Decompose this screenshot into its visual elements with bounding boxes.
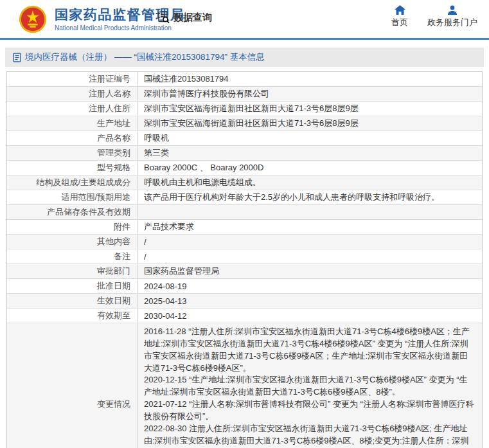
row-value: 呼吸机 xyxy=(138,131,482,145)
row-label: 型号规格 xyxy=(7,161,138,175)
table-row-registrant-name: 注册人名称 深圳市普博医疗科技股份有限公司 xyxy=(7,87,482,102)
row-value: 2024-08-19 xyxy=(138,279,482,293)
table-row-management-class: 管理类别 第三类 xyxy=(7,146,482,161)
row-value: 2025-04-13 xyxy=(138,294,482,308)
row-label: 批准日期 xyxy=(7,279,138,293)
table-row-reg-number: 注册证编号 国械注准20153081794 xyxy=(7,72,482,87)
row-label: 适用范围/预期用途 xyxy=(7,190,138,204)
site-header: 国家药品监督管理局 National Medical Products Admi… xyxy=(0,0,489,40)
table-row-expiry-date: 有效期至 2030-04-12 xyxy=(7,309,482,323)
row-label: 有效期至 xyxy=(7,309,138,323)
page: 国家药品监督管理局 National Medical Products Admi… xyxy=(0,0,489,448)
national-emblem-icon xyxy=(18,4,48,34)
table-row-approval-department: 审批部门 国家药品监督管理局 xyxy=(7,264,482,279)
table-row-remarks: 备注 / xyxy=(7,249,482,264)
nav-home-label: 首页 xyxy=(391,17,408,28)
breadcrumb-text: 境内医疗器械（注册） —— “国械注准20153081794” 基本信息 xyxy=(25,51,265,63)
data-query-label: 数据查询 xyxy=(173,12,212,24)
top-nav: 首页 政务服务门户 xyxy=(391,5,477,28)
table-row-registrant-address: 注册人住所 深圳市宝安区福海街道新田社区新田大道71-3号6层8层9层 xyxy=(7,102,482,116)
table-row-storage-validity: 产品储存条件及有效期 xyxy=(7,205,482,220)
row-label: 产品储存条件及有效期 xyxy=(7,205,138,219)
table-row-other-content: 其他内容 / xyxy=(7,235,482,249)
table-row-attachment: 附件 产品技术要求 xyxy=(7,220,482,235)
row-value: / xyxy=(138,235,482,249)
row-value: Boaray 2000C 、 Boaray 2000D xyxy=(138,161,482,175)
row-value: 深圳市普博医疗科技股份有限公司 xyxy=(138,87,482,101)
table-row-production-address: 生产地址 深圳市宝安区福海街道新田社区新田大道71-3号6层8层9层 xyxy=(7,116,482,131)
breadcrumb: 境内医疗器械（注册） —— “国械注准20153081794” 基本信息 xyxy=(5,48,484,67)
row-label: 变更情况 xyxy=(7,323,138,448)
table-row-product-name: 产品名称 呼吸机 xyxy=(7,131,482,146)
table-row-change-history: 变更情况 2016-11-28 “注册人住所:深圳市宝安区福永街道新田大道71-… xyxy=(7,323,482,448)
registration-info-table: 注册证编号 国械注准20153081794 注册人名称 深圳市普博医疗科技股份有… xyxy=(6,71,483,448)
row-value: 产品技术要求 xyxy=(138,220,482,234)
row-label: 管理类别 xyxy=(7,146,138,160)
row-value: 国家药品监督管理局 xyxy=(138,264,482,278)
row-label: 生产地址 xyxy=(7,116,138,130)
row-label: 注册人住所 xyxy=(7,102,138,116)
row-value: 第三类 xyxy=(138,146,482,160)
table-row-approval-date: 批准日期 2024-08-19 xyxy=(7,279,482,294)
row-label: 附件 xyxy=(7,220,138,234)
table-row-structure-composition: 结构及组成/主要组成成分 呼吸机由主机和电源电缆组成。 xyxy=(7,175,482,190)
table-row-intended-use: 适用范围/预期用途 该产品用于医疗机构对年龄大于2.5岁的小儿和成人患者的呼吸支… xyxy=(7,190,482,205)
document-search-icon xyxy=(157,11,170,24)
data-query-button[interactable]: 数据查询 xyxy=(157,11,212,24)
row-value: 深圳市宝安区福海街道新田社区新田大道71-3号6层8层9层 xyxy=(138,116,482,130)
row-label: 其他内容 xyxy=(7,235,138,249)
row-value: 该产品用于医疗机构对年龄大于2.5岁的小儿和成人患者的呼吸支持和呼吸治疗。 xyxy=(138,190,482,204)
row-value xyxy=(138,205,482,219)
row-value: 深圳市宝安区福海街道新田社区新田大道71-3号6层8层9层 xyxy=(138,102,482,116)
table-row-model-spec: 型号规格 Boaray 2000C 、 Boaray 2000D xyxy=(7,161,482,175)
home-icon xyxy=(395,5,405,15)
person-icon xyxy=(447,5,458,15)
row-label: 产品名称 xyxy=(7,131,138,145)
row-value: 呼吸机由主机和电源电缆组成。 xyxy=(138,175,482,190)
row-value: / xyxy=(138,249,482,264)
row-label: 审批部门 xyxy=(7,264,138,278)
nav-gov-portal-label: 政务服务门户 xyxy=(427,17,477,28)
row-label: 生效日期 xyxy=(7,294,138,308)
nav-gov-portal[interactable]: 政务服务门户 xyxy=(427,5,477,28)
row-label: 注册人名称 xyxy=(7,87,138,101)
row-label: 结构及组成/主要组成成分 xyxy=(7,175,138,190)
org-title-en: National Medical Products Administration xyxy=(55,24,185,31)
document-icon xyxy=(13,53,21,62)
row-value: 2016-11-28 “注册人住所:深圳市宝安区福永街道新田大道71-3号C栋4… xyxy=(138,323,482,448)
row-value: 国械注准20153081794 xyxy=(138,72,482,86)
nav-home[interactable]: 首页 xyxy=(391,5,408,28)
table-row-effective-date: 生效日期 2025-04-13 xyxy=(7,294,482,309)
row-value: 2030-04-12 xyxy=(138,309,482,323)
row-label: 备注 xyxy=(7,249,138,264)
row-label: 注册证编号 xyxy=(7,72,138,86)
